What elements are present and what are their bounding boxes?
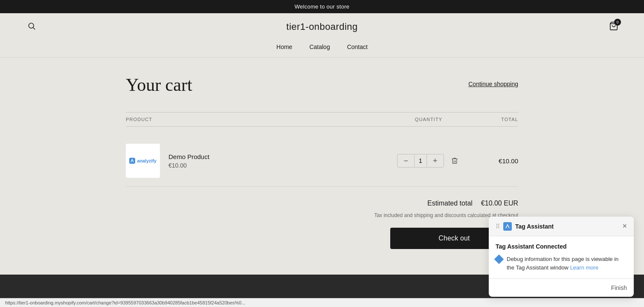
nav-home[interactable]: Home — [276, 43, 292, 50]
debug-text: Debug information for this page is viewa… — [507, 255, 627, 272]
svg-line-1 — [33, 28, 35, 30]
debug-info: Debug information for this page is viewa… — [496, 255, 627, 272]
diamond-icon — [494, 255, 504, 264]
popup-close-button[interactable]: × — [622, 222, 627, 231]
popup-header: ⠿ Tag Assistant × — [489, 217, 634, 236]
item-total: €10.00 — [467, 157, 518, 165]
cart-badge: 0 — [614, 19, 621, 26]
remove-item-button[interactable] — [449, 155, 460, 166]
estimated-total-amount: €10.00 EUR — [481, 200, 518, 207]
total-column-header: TOTAL — [467, 117, 518, 122]
product-thumbnail: analyzify — [129, 158, 156, 164]
quantity-value: 1 — [414, 155, 427, 167]
cart-button[interactable]: 0 — [609, 21, 618, 32]
trash-icon — [451, 157, 458, 165]
product-image: analyzify — [126, 144, 160, 178]
status-bar: https://tier1-onboarding.myshopify.com/c… — [0, 298, 644, 307]
product-name: Demo Product — [168, 153, 209, 160]
quantity-column-header: QUANTITY — [390, 117, 467, 122]
announcement-bar: Welcome to our store — [0, 0, 644, 13]
search-button[interactable] — [26, 20, 38, 33]
popup-footer: Finish — [489, 278, 634, 297]
estimated-total-row: Estimated total €10.00 EUR — [126, 200, 518, 207]
product-info: analyzify Demo Product €10.00 — [126, 144, 390, 178]
cart-table-header: PRODUCT QUANTITY TOTAL — [126, 112, 518, 127]
drag-handle-icon[interactable]: ⠿ — [496, 223, 500, 230]
header-right-icons: 0 — [609, 21, 618, 32]
site-logo[interactable]: tier1-onboarding — [286, 21, 357, 32]
header: tier1-onboarding 0 — [0, 13, 644, 40]
announcement-text: Welcome to our store — [295, 3, 350, 10]
product-price: €10.00 — [168, 162, 209, 169]
finish-button[interactable]: Finish — [611, 284, 627, 291]
continue-shopping-link[interactable]: Continue shopping — [468, 81, 518, 87]
popup-body: Tag Assistant Connected Debug informatio… — [489, 236, 634, 278]
main-content: Your cart Continue shopping PRODUCT QUAN… — [117, 58, 527, 275]
cart-header: Your cart Continue shopping — [126, 75, 518, 95]
increase-quantity-button[interactable]: + — [427, 154, 444, 167]
svg-point-0 — [29, 23, 34, 28]
popup-header-left: ⠿ Tag Assistant — [496, 222, 554, 231]
tax-note: Tax included and shipping and discounts … — [126, 211, 518, 219]
nav-contact[interactable]: Contact — [347, 43, 368, 50]
navigation: Home Catalog Contact — [0, 40, 644, 58]
quantity-wrapper: − 1 + — [390, 154, 467, 168]
quantity-control: − 1 + — [397, 154, 444, 168]
learn-more-link[interactable]: Learn more — [570, 264, 598, 271]
connected-status: Tag Assistant Connected — [496, 243, 627, 250]
tag-logo-icon — [503, 222, 512, 231]
cart-title: Your cart — [126, 75, 192, 95]
header-left-icons — [26, 20, 38, 33]
product-column-header: PRODUCT — [126, 117, 390, 122]
nav-catalog[interactable]: Catalog — [309, 43, 330, 50]
order-summary: Estimated total €10.00 EUR Tax included … — [126, 200, 518, 249]
status-url: https://tier1-onboarding.myshopify.com/c… — [5, 300, 245, 305]
table-row: analyzify Demo Product €10.00 − 1 + — [126, 135, 518, 187]
product-details: Demo Product €10.00 — [168, 153, 209, 169]
decrease-quantity-button[interactable]: − — [397, 154, 414, 167]
estimated-total-label: Estimated total — [427, 200, 473, 207]
search-icon — [27, 22, 36, 30]
tag-assistant-popup: ⠿ Tag Assistant × Tag Assistant Connecte… — [489, 217, 634, 297]
popup-title: Tag Assistant — [515, 223, 554, 230]
